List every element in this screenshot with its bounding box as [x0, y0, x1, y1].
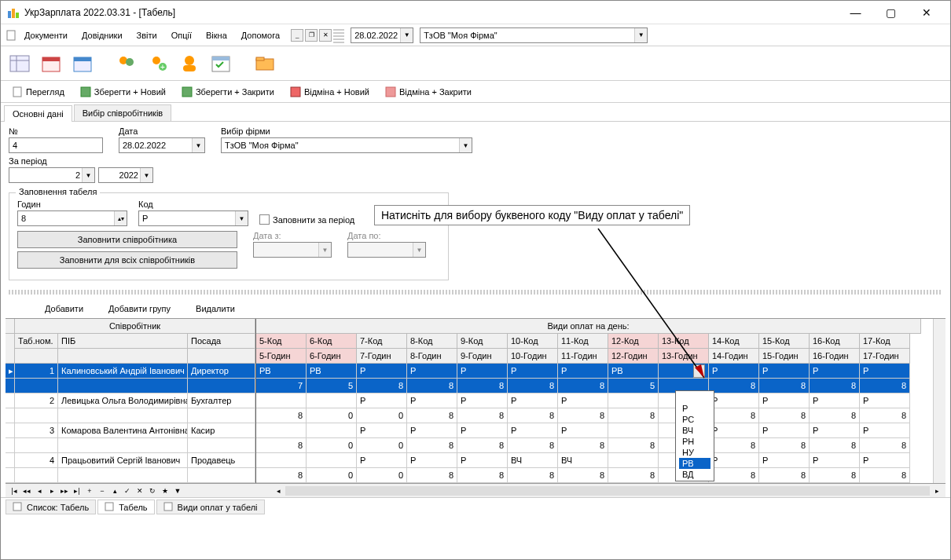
hours-cell[interactable]: 8	[810, 468, 860, 483]
hours-cell[interactable]: 5	[307, 379, 357, 393]
btab-tabel[interactable]: Табель	[97, 500, 154, 514]
code-cell[interactable]: Р	[759, 423, 810, 438]
dropdown-option[interactable]: РС	[679, 414, 710, 425]
tabnum-cell[interactable]: 4	[15, 453, 58, 468]
col-header-hours[interactable]: 7-Годин	[357, 349, 407, 364]
nav-first[interactable]: |◂	[9, 485, 20, 496]
col-header-hours[interactable]: 10-Годин	[508, 349, 558, 364]
hours-cell[interactable]: 8	[860, 468, 910, 483]
col-header-hours[interactable]: 16-Годин	[810, 349, 860, 364]
code-cell[interactable]: Р	[709, 393, 759, 408]
nav-filter[interactable]: ▼	[172, 485, 183, 496]
chevron-down-icon[interactable]: ▼	[192, 138, 204, 152]
code-cell[interactable]: Р	[810, 423, 860, 438]
code-cell[interactable]: Р	[709, 453, 759, 468]
hours-cell[interactable]: 8	[810, 438, 860, 453]
code-cell[interactable]	[256, 423, 307, 438]
save-new-button[interactable]: Зберегти + Новий	[75, 85, 171, 99]
scroll-left[interactable]: ◂	[273, 485, 284, 496]
hours-cell[interactable]: 8	[407, 379, 457, 393]
code-cell[interactable]: Р	[508, 364, 558, 379]
nav-edit[interactable]: ▴	[109, 485, 120, 496]
chevron-down-icon[interactable]: ▼	[459, 138, 472, 152]
code-cell[interactable]: РВ	[307, 364, 357, 379]
col-header-hours[interactable]: 17-Годин	[860, 349, 910, 364]
tb-user-add-icon[interactable]: +	[145, 51, 171, 76]
code-dropdown-open[interactable]: РРСВЧРННУРВВД	[675, 390, 714, 481]
hours-cell[interactable]: 8	[759, 408, 810, 423]
save-close-button[interactable]: Зберегти + Закрити	[177, 85, 279, 99]
hours-cell[interactable]: 8	[256, 468, 307, 483]
tab-select-employees[interactable]: Вибір співробітників	[74, 104, 171, 121]
hours-cell[interactable]: 8	[457, 438, 508, 453]
hours-cell[interactable]: 8	[709, 468, 759, 483]
code-cell[interactable]: Р	[508, 423, 558, 438]
code-cell[interactable]: Р	[357, 364, 407, 379]
hours-cell[interactable]: 8	[558, 468, 608, 483]
code-cell[interactable]: Р	[759, 393, 810, 408]
date-input[interactable]: 28.02.2022▼	[119, 137, 205, 153]
mdi-restore[interactable]: ❐	[305, 29, 318, 42]
hours-cell[interactable]: 8	[860, 379, 910, 393]
code-cell[interactable]: Р	[759, 364, 810, 379]
code-cell[interactable]: Р	[860, 393, 910, 408]
dropdown-option[interactable]: ВД	[679, 469, 710, 480]
code-cell[interactable]: Р	[810, 453, 860, 468]
tabnum-cell[interactable]: 2	[15, 393, 58, 408]
tb-calendar-task-icon[interactable]	[208, 51, 233, 76]
dropdown-option[interactable]: НУ	[679, 447, 710, 458]
code-cell[interactable]	[307, 453, 357, 468]
col-header-hours[interactable]: 6-Годин	[307, 349, 357, 364]
nav-del[interactable]: −	[97, 485, 108, 496]
code-cell[interactable]: РВ	[256, 364, 307, 379]
code-cell[interactable]: ВЧ	[508, 453, 558, 468]
hours-cell[interactable]: 8	[256, 408, 307, 423]
dropdown-option[interactable]: ВЧ	[679, 425, 710, 436]
code-cell[interactable]	[608, 393, 659, 408]
period-month-input[interactable]: 2▼	[9, 167, 95, 183]
tb-folder-icon[interactable]	[252, 51, 277, 76]
fill-period-checkbox[interactable]	[259, 214, 270, 225]
hours-cell[interactable]: 8	[508, 379, 558, 393]
hours-cell[interactable]: 8	[608, 408, 659, 423]
hours-cell[interactable]: 8	[860, 408, 910, 423]
spinner-icon[interactable]: ▴▾	[114, 211, 127, 225]
code-cell[interactable]	[307, 393, 357, 408]
hours-cell[interactable]: 8	[457, 468, 508, 483]
menu-reports[interactable]: Звіти	[130, 27, 163, 43]
hours-cell[interactable]: 8	[558, 408, 608, 423]
code-cell[interactable]: Р	[407, 393, 457, 408]
col-header-code[interactable]: 16-Код	[810, 334, 860, 349]
btab-list[interactable]: Список: Табель	[6, 500, 96, 514]
hours-cell[interactable]: 8	[558, 438, 608, 453]
nav-post[interactable]: ✓	[122, 485, 133, 496]
hours-cell[interactable]: 8	[508, 468, 558, 483]
code-cell[interactable]: Р	[457, 393, 508, 408]
nav-next[interactable]: ▸	[46, 485, 57, 496]
menu-directories[interactable]: Довідники	[75, 27, 129, 43]
hours-cell[interactable]: 0	[307, 408, 357, 423]
position-cell[interactable]: Директор	[188, 364, 255, 379]
code-cell[interactable]: Р	[810, 364, 860, 379]
hours-cell[interactable]: 0	[357, 408, 407, 423]
tb-users-group-icon[interactable]	[114, 51, 139, 76]
code-cell[interactable]	[256, 453, 307, 468]
vertical-scrollbar[interactable]	[933, 319, 945, 483]
code-cell[interactable]: Р	[407, 453, 457, 468]
hours-cell[interactable]: 8	[860, 438, 910, 453]
code-cell[interactable]: Р	[457, 453, 508, 468]
code-cell[interactable]: Р	[759, 453, 810, 468]
position-cell[interactable]: Касир	[188, 423, 255, 438]
btab-types[interactable]: Види оплат у табелі	[156, 500, 265, 514]
col-header-hours[interactable]: 15-Годин	[759, 349, 810, 364]
position-header[interactable]: Посада	[188, 334, 255, 349]
chevron-down-icon[interactable]: ▼	[140, 168, 152, 182]
grid-delete[interactable]: Видалити	[191, 302, 240, 315]
tabnum-cell[interactable]: 1	[15, 364, 58, 379]
col-header-code[interactable]: 15-Код	[759, 334, 810, 349]
fill-employee-button[interactable]: Заповнити співробітника	[17, 231, 237, 248]
row-indicator[interactable]	[6, 453, 15, 468]
hours-cell[interactable]: 8	[810, 379, 860, 393]
hours-cell[interactable]: 0	[307, 468, 357, 483]
hours-cell[interactable]: 8	[709, 408, 759, 423]
